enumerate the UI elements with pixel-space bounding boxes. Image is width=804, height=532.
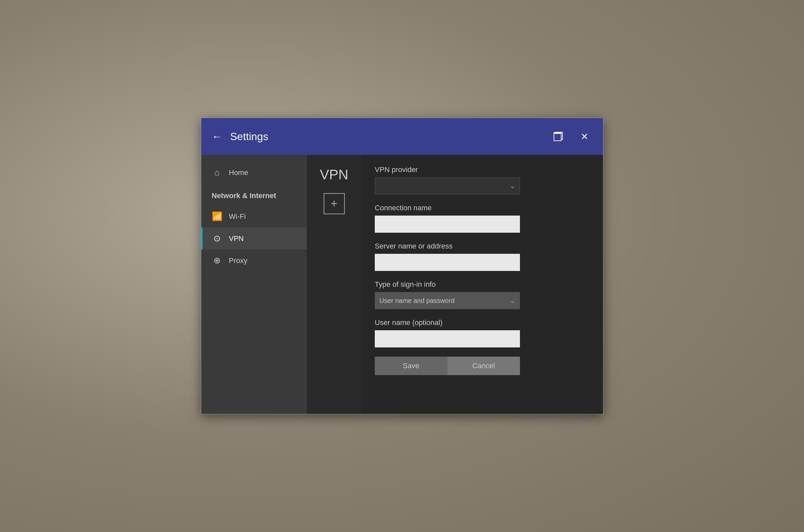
- vpn-heading: VPN: [312, 162, 356, 188]
- back-button[interactable]: ←: [212, 131, 222, 143]
- window-controls: ✕: [550, 129, 592, 145]
- signin-type-label: Type of sign-in info: [375, 280, 590, 289]
- server-name-input[interactable]: [375, 254, 520, 271]
- vpn-form-panel: VPN provider Windows (built-in) ⌄ Connec…: [362, 155, 603, 414]
- connection-name-label: Connection name: [375, 204, 590, 212]
- window-body: ⌂ Home Network & Internet 📶 Wi-Fi ⊙ VPN …: [201, 155, 603, 414]
- vpn-provider-label: VPN provider: [375, 166, 590, 174]
- user-name-group: User name (optional): [375, 318, 590, 347]
- user-name-input[interactable]: [375, 330, 520, 347]
- sidebar-item-vpn-label: VPN: [229, 234, 244, 243]
- window-title: Settings: [230, 131, 550, 143]
- close-button[interactable]: ✕: [577, 129, 592, 145]
- save-button[interactable]: Save: [375, 357, 447, 375]
- server-name-label: Server name or address: [375, 242, 590, 250]
- back-icon: ←: [212, 131, 222, 143]
- home-icon: ⌂: [212, 168, 222, 178]
- wifi-icon: 📶: [212, 211, 222, 222]
- vpn-list-panel: VPN +: [307, 155, 362, 414]
- vpn-provider-select[interactable]: Windows (built-in): [375, 177, 520, 194]
- form-buttons: Save Cancel: [375, 357, 520, 375]
- connection-name-input[interactable]: [375, 215, 520, 233]
- sidebar-item-home[interactable]: ⌂ Home: [201, 162, 307, 184]
- sidebar-item-wifi-label: Wi-Fi: [229, 212, 246, 221]
- sidebar-item-proxy[interactable]: ⊕ Proxy: [201, 249, 307, 272]
- titlebar: ← Settings ✕: [201, 118, 603, 155]
- signin-type-select-wrapper: User name and password Certificate Smart…: [375, 292, 520, 309]
- user-name-label: User name (optional): [375, 318, 590, 327]
- add-icon: +: [331, 197, 337, 211]
- main-content: VPN + VPN provider Windows (built-in) ⌄: [307, 155, 603, 414]
- proxy-icon: ⊕: [212, 255, 222, 266]
- vpn-icon: ⊙: [212, 233, 222, 244]
- signin-type-group: Type of sign-in info User name and passw…: [375, 280, 590, 309]
- sidebar-section-network: Network & Internet: [201, 184, 307, 205]
- sidebar-item-home-label: Home: [229, 168, 249, 177]
- settings-window: ← Settings ✕ ⌂ Home Network & Internet 📶…: [201, 118, 603, 414]
- close-icon: ✕: [581, 131, 588, 142]
- sidebar-item-wifi[interactable]: 📶 Wi-Fi: [201, 205, 307, 227]
- restore-icon: [553, 132, 563, 141]
- vpn-provider-select-wrapper: Windows (built-in) ⌄: [375, 177, 520, 194]
- signin-type-select[interactable]: User name and password Certificate Smart…: [375, 292, 520, 309]
- sidebar-item-proxy-label: Proxy: [229, 256, 248, 265]
- connection-name-group: Connection name: [375, 204, 590, 233]
- restore-button[interactable]: [550, 129, 566, 145]
- sidebar-item-vpn[interactable]: ⊙ VPN: [201, 227, 307, 249]
- server-name-group: Server name or address: [375, 242, 590, 271]
- cancel-button[interactable]: Cancel: [447, 357, 520, 375]
- sidebar: ⌂ Home Network & Internet 📶 Wi-Fi ⊙ VPN …: [201, 155, 307, 414]
- add-vpn-button[interactable]: +: [324, 193, 345, 214]
- vpn-provider-group: VPN provider Windows (built-in) ⌄: [375, 166, 590, 194]
